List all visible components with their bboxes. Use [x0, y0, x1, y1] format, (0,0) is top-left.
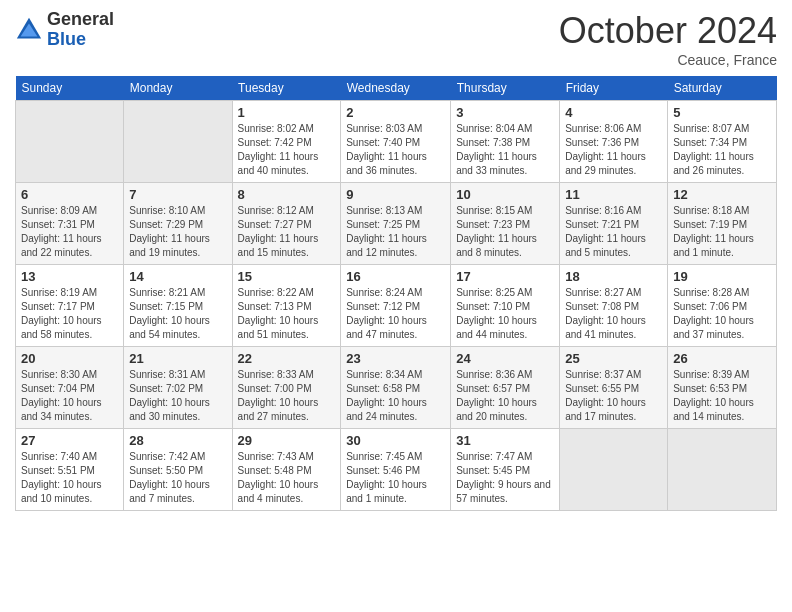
calendar-cell: 21Sunrise: 8:31 AM Sunset: 7:02 PM Dayli…	[124, 347, 232, 429]
calendar-cell: 6Sunrise: 8:09 AM Sunset: 7:31 PM Daylig…	[16, 183, 124, 265]
title-block: October 2024 Ceauce, France	[559, 10, 777, 68]
day-info: Sunrise: 8:28 AM Sunset: 7:06 PM Dayligh…	[673, 286, 771, 342]
calendar-cell: 17Sunrise: 8:25 AM Sunset: 7:10 PM Dayli…	[451, 265, 560, 347]
calendar-cell: 1Sunrise: 8:02 AM Sunset: 7:42 PM Daylig…	[232, 101, 341, 183]
calendar-cell: 29Sunrise: 7:43 AM Sunset: 5:48 PM Dayli…	[232, 429, 341, 511]
header-sunday: Sunday	[16, 76, 124, 101]
day-info: Sunrise: 8:07 AM Sunset: 7:34 PM Dayligh…	[673, 122, 771, 178]
calendar-header-row: SundayMondayTuesdayWednesdayThursdayFrid…	[16, 76, 777, 101]
calendar-cell: 28Sunrise: 7:42 AM Sunset: 5:50 PM Dayli…	[124, 429, 232, 511]
day-number: 16	[346, 269, 445, 284]
calendar-week-1: 1Sunrise: 8:02 AM Sunset: 7:42 PM Daylig…	[16, 101, 777, 183]
day-number: 7	[129, 187, 226, 202]
day-number: 22	[238, 351, 336, 366]
header-monday: Monday	[124, 76, 232, 101]
day-number: 8	[238, 187, 336, 202]
calendar-cell: 7Sunrise: 8:10 AM Sunset: 7:29 PM Daylig…	[124, 183, 232, 265]
header-saturday: Saturday	[668, 76, 777, 101]
calendar-cell: 27Sunrise: 7:40 AM Sunset: 5:51 PM Dayli…	[16, 429, 124, 511]
calendar-cell: 2Sunrise: 8:03 AM Sunset: 7:40 PM Daylig…	[341, 101, 451, 183]
day-number: 23	[346, 351, 445, 366]
day-info: Sunrise: 8:33 AM Sunset: 7:00 PM Dayligh…	[238, 368, 336, 424]
calendar-cell: 8Sunrise: 8:12 AM Sunset: 7:27 PM Daylig…	[232, 183, 341, 265]
calendar-cell: 24Sunrise: 8:36 AM Sunset: 6:57 PM Dayli…	[451, 347, 560, 429]
day-info: Sunrise: 7:40 AM Sunset: 5:51 PM Dayligh…	[21, 450, 118, 506]
calendar-cell: 26Sunrise: 8:39 AM Sunset: 6:53 PM Dayli…	[668, 347, 777, 429]
day-number: 25	[565, 351, 662, 366]
day-number: 5	[673, 105, 771, 120]
calendar-cell: 10Sunrise: 8:15 AM Sunset: 7:23 PM Dayli…	[451, 183, 560, 265]
calendar-cell: 22Sunrise: 8:33 AM Sunset: 7:00 PM Dayli…	[232, 347, 341, 429]
day-info: Sunrise: 8:31 AM Sunset: 7:02 PM Dayligh…	[129, 368, 226, 424]
calendar-cell: 19Sunrise: 8:28 AM Sunset: 7:06 PM Dayli…	[668, 265, 777, 347]
calendar-cell: 5Sunrise: 8:07 AM Sunset: 7:34 PM Daylig…	[668, 101, 777, 183]
day-number: 9	[346, 187, 445, 202]
day-info: Sunrise: 8:12 AM Sunset: 7:27 PM Dayligh…	[238, 204, 336, 260]
day-info: Sunrise: 8:19 AM Sunset: 7:17 PM Dayligh…	[21, 286, 118, 342]
calendar-cell: 16Sunrise: 8:24 AM Sunset: 7:12 PM Dayli…	[341, 265, 451, 347]
calendar-cell: 31Sunrise: 7:47 AM Sunset: 5:45 PM Dayli…	[451, 429, 560, 511]
day-info: Sunrise: 8:02 AM Sunset: 7:42 PM Dayligh…	[238, 122, 336, 178]
day-info: Sunrise: 8:37 AM Sunset: 6:55 PM Dayligh…	[565, 368, 662, 424]
calendar-week-4: 20Sunrise: 8:30 AM Sunset: 7:04 PM Dayli…	[16, 347, 777, 429]
calendar-cell: 14Sunrise: 8:21 AM Sunset: 7:15 PM Dayli…	[124, 265, 232, 347]
day-info: Sunrise: 8:16 AM Sunset: 7:21 PM Dayligh…	[565, 204, 662, 260]
calendar-cell: 3Sunrise: 8:04 AM Sunset: 7:38 PM Daylig…	[451, 101, 560, 183]
day-number: 14	[129, 269, 226, 284]
header-wednesday: Wednesday	[341, 76, 451, 101]
day-number: 2	[346, 105, 445, 120]
day-info: Sunrise: 8:25 AM Sunset: 7:10 PM Dayligh…	[456, 286, 554, 342]
calendar-cell: 13Sunrise: 8:19 AM Sunset: 7:17 PM Dayli…	[16, 265, 124, 347]
day-info: Sunrise: 8:15 AM Sunset: 7:23 PM Dayligh…	[456, 204, 554, 260]
day-number: 24	[456, 351, 554, 366]
calendar-cell: 23Sunrise: 8:34 AM Sunset: 6:58 PM Dayli…	[341, 347, 451, 429]
calendar-cell: 11Sunrise: 8:16 AM Sunset: 7:21 PM Dayli…	[560, 183, 668, 265]
header-thursday: Thursday	[451, 76, 560, 101]
day-info: Sunrise: 8:13 AM Sunset: 7:25 PM Dayligh…	[346, 204, 445, 260]
logo: General Blue	[15, 10, 114, 50]
calendar-cell: 25Sunrise: 8:37 AM Sunset: 6:55 PM Dayli…	[560, 347, 668, 429]
calendar-cell: 15Sunrise: 8:22 AM Sunset: 7:13 PM Dayli…	[232, 265, 341, 347]
day-info: Sunrise: 8:39 AM Sunset: 6:53 PM Dayligh…	[673, 368, 771, 424]
day-number: 13	[21, 269, 118, 284]
day-number: 31	[456, 433, 554, 448]
day-info: Sunrise: 8:24 AM Sunset: 7:12 PM Dayligh…	[346, 286, 445, 342]
day-number: 27	[21, 433, 118, 448]
calendar-cell: 20Sunrise: 8:30 AM Sunset: 7:04 PM Dayli…	[16, 347, 124, 429]
day-number: 17	[456, 269, 554, 284]
calendar-table: SundayMondayTuesdayWednesdayThursdayFrid…	[15, 76, 777, 511]
day-info: Sunrise: 7:43 AM Sunset: 5:48 PM Dayligh…	[238, 450, 336, 506]
day-info: Sunrise: 8:10 AM Sunset: 7:29 PM Dayligh…	[129, 204, 226, 260]
calendar-week-5: 27Sunrise: 7:40 AM Sunset: 5:51 PM Dayli…	[16, 429, 777, 511]
day-number: 11	[565, 187, 662, 202]
day-number: 29	[238, 433, 336, 448]
day-number: 3	[456, 105, 554, 120]
location: Ceauce, France	[559, 52, 777, 68]
calendar-cell: 4Sunrise: 8:06 AM Sunset: 7:36 PM Daylig…	[560, 101, 668, 183]
day-info: Sunrise: 8:27 AM Sunset: 7:08 PM Dayligh…	[565, 286, 662, 342]
day-number: 20	[21, 351, 118, 366]
day-info: Sunrise: 8:18 AM Sunset: 7:19 PM Dayligh…	[673, 204, 771, 260]
logo-icon	[15, 16, 43, 44]
day-info: Sunrise: 7:47 AM Sunset: 5:45 PM Dayligh…	[456, 450, 554, 506]
calendar-cell: 30Sunrise: 7:45 AM Sunset: 5:46 PM Dayli…	[341, 429, 451, 511]
day-info: Sunrise: 8:09 AM Sunset: 7:31 PM Dayligh…	[21, 204, 118, 260]
calendar-cell	[560, 429, 668, 511]
day-number: 26	[673, 351, 771, 366]
day-info: Sunrise: 8:06 AM Sunset: 7:36 PM Dayligh…	[565, 122, 662, 178]
day-info: Sunrise: 8:03 AM Sunset: 7:40 PM Dayligh…	[346, 122, 445, 178]
day-number: 12	[673, 187, 771, 202]
page-header: General Blue October 2024 Ceauce, France	[15, 10, 777, 68]
calendar-cell	[124, 101, 232, 183]
day-number: 21	[129, 351, 226, 366]
calendar-cell: 9Sunrise: 8:13 AM Sunset: 7:25 PM Daylig…	[341, 183, 451, 265]
day-info: Sunrise: 7:45 AM Sunset: 5:46 PM Dayligh…	[346, 450, 445, 506]
day-number: 19	[673, 269, 771, 284]
day-number: 18	[565, 269, 662, 284]
day-number: 28	[129, 433, 226, 448]
day-info: Sunrise: 8:21 AM Sunset: 7:15 PM Dayligh…	[129, 286, 226, 342]
calendar-week-2: 6Sunrise: 8:09 AM Sunset: 7:31 PM Daylig…	[16, 183, 777, 265]
day-info: Sunrise: 8:22 AM Sunset: 7:13 PM Dayligh…	[238, 286, 336, 342]
calendar-cell: 18Sunrise: 8:27 AM Sunset: 7:08 PM Dayli…	[560, 265, 668, 347]
day-info: Sunrise: 8:34 AM Sunset: 6:58 PM Dayligh…	[346, 368, 445, 424]
